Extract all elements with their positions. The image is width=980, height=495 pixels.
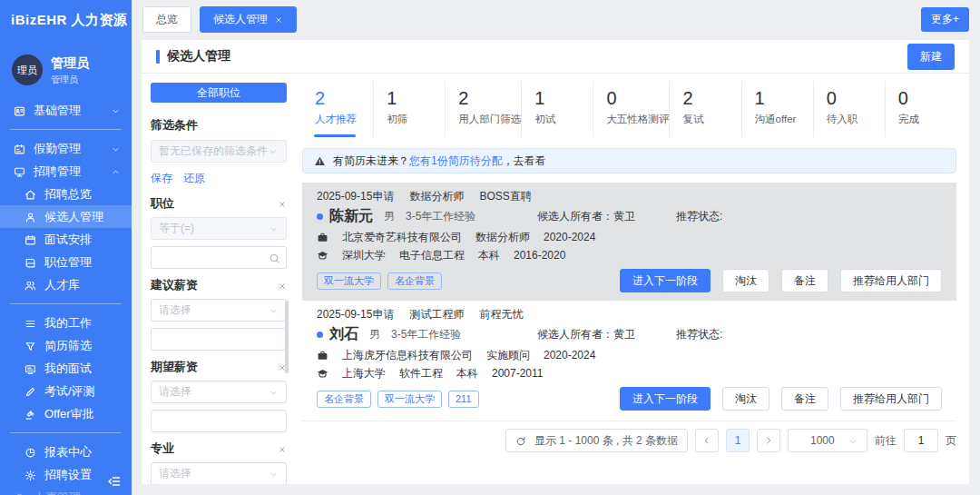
recommend-button[interactable]: 推荐给用人部门 (840, 269, 942, 292)
next-stage-button[interactable]: 进入下一阶段 (620, 387, 710, 411)
chart-pie-icon (24, 445, 36, 459)
sidebar-item-label: 考试/评测 (44, 383, 95, 400)
apply-date: 2025-09-15申请 (317, 307, 394, 322)
stage-tab[interactable]: 1 初试 (522, 81, 593, 137)
company: 上海虎牙信息科技有限公司 (342, 348, 473, 363)
candidate-gender: 男 (384, 209, 395, 224)
stage-count: 1 (534, 87, 593, 109)
sidebar-item-id-card[interactable]: 基础管理 (0, 99, 132, 122)
next-page-button[interactable] (757, 429, 780, 452)
remove-filter-icon[interactable] (278, 197, 287, 211)
alert-link[interactable]: 您有1份简历待分配 (409, 154, 503, 167)
user-name: 管理员 (51, 55, 89, 70)
tab-candidate-management[interactable]: 候选人管理 (200, 6, 297, 33)
edu-years: 2007-2011 (492, 367, 544, 380)
sidebar-item-label: 招聘设置 (44, 467, 92, 483)
recommend-status: 推荐状态: (676, 327, 942, 342)
candidate-name[interactable]: 陈新元 (329, 207, 373, 226)
stage-tab[interactable]: 0 完成 (886, 81, 956, 137)
filter-operator-select[interactable]: 等于(=) (151, 217, 287, 240)
more-button[interactable]: 更多+ (921, 7, 969, 32)
briefcase-icon (317, 349, 328, 361)
chevron-down-icon (268, 145, 279, 158)
stage-tab[interactable]: 0 大五性格测评 (593, 81, 670, 137)
filter-label: 专业 (151, 441, 174, 457)
chevron-down-icon (269, 468, 279, 480)
page-number[interactable]: 1 (726, 429, 750, 452)
refresh-icon[interactable] (515, 434, 526, 447)
filter-label: 职位 (151, 195, 174, 212)
goto-page-input[interactable] (904, 429, 938, 452)
filter-operator-select[interactable]: 请选择 (151, 462, 287, 484)
eliminate-button[interactable]: 淘汰 (722, 387, 769, 411)
filter-operator-select[interactable]: 请选择 (151, 381, 287, 403)
candidate-name[interactable]: 刘石 (329, 325, 358, 344)
warning-icon (314, 154, 326, 167)
page-size-select[interactable]: 1000 (788, 429, 867, 452)
stage-tab[interactable]: 2 人才推荐 (302, 81, 374, 137)
all-positions-button[interactable]: 全部职位 (151, 83, 287, 103)
sidebar-item-home[interactable]: 招聘总览 (0, 183, 132, 205)
user-block[interactable]: 理员 管理员 管理员 (12, 54, 120, 86)
calendar-icon (24, 233, 36, 246)
save-filter-link[interactable]: 保存 (151, 171, 172, 186)
sidebar-item-label: 人才库 (44, 277, 80, 293)
stage-count: 2 (682, 87, 740, 109)
sidebar-item-label: 报表中心 (44, 444, 92, 460)
sidebar-item-users[interactable]: 人才库 (0, 273, 132, 296)
job-title: 数据分析师 (475, 230, 530, 245)
stage-tab[interactable]: 2 用人部门筛选 (446, 81, 522, 137)
chevron-down-icon (111, 142, 121, 155)
stage-tab[interactable]: 2 复试 (670, 81, 741, 137)
sidebar-item-pen[interactable]: 考试/评测 (0, 380, 132, 402)
filter-value-input[interactable] (151, 328, 287, 351)
sidebar-item-calendar[interactable]: 面试安排 (0, 228, 132, 251)
stage-label: 复试 (682, 113, 740, 126)
book-icon (24, 255, 36, 269)
users-icon (24, 278, 36, 292)
gavel-icon (24, 407, 36, 421)
sidebar-item-user[interactable]: 候选人管理 (0, 205, 132, 228)
calendar-badge-icon (14, 142, 25, 155)
sidebar-item-menu[interactable]: 我的工作 (0, 312, 132, 334)
resume-source: 前程无忧 (479, 307, 523, 322)
stage-label: 用人部门筛选 (458, 113, 521, 126)
close-tab-icon[interactable] (274, 13, 283, 25)
sidebar-item-chart-pie[interactable]: 报表中心 (0, 441, 132, 463)
prev-page-button[interactable] (695, 429, 719, 452)
next-stage-button[interactable]: 进入下一阶段 (620, 269, 710, 292)
tab-overview[interactable]: 总览 (142, 6, 191, 33)
sidebar-item-book[interactable]: 职位管理 (0, 251, 132, 273)
sidebar-item-gavel[interactable]: Offer审批 (0, 402, 132, 425)
stage-tab[interactable]: 0 待入职 (814, 81, 886, 137)
position-search-input[interactable] (151, 246, 287, 269)
stage-tab[interactable]: 1 沟通offer (742, 81, 814, 137)
recommend-button[interactable]: 推荐给用人部门 (840, 387, 942, 411)
eliminate-button[interactable]: 淘汰 (722, 269, 769, 292)
new-button[interactable]: 新建 (907, 44, 955, 70)
remark-button[interactable]: 备注 (781, 269, 828, 292)
gear-icon (24, 468, 36, 481)
sidebar-item-filter[interactable]: 简历筛选 (0, 334, 132, 357)
candidate-tag: 211 (448, 391, 479, 408)
app-logo: iBizEHR 人力资源 (0, 0, 132, 33)
scrollbar-thumb[interactable] (285, 301, 289, 373)
saved-filters-select[interactable]: 暂无已保存的筛选条件 (151, 140, 287, 163)
page-header: 候选人管理 新建 (142, 40, 969, 74)
remark-button[interactable]: 备注 (781, 387, 828, 411)
chevron-down-icon (269, 223, 279, 235)
filter-value-input[interactable] (151, 410, 287, 432)
remove-filter-icon[interactable] (278, 442, 287, 456)
candidate-card[interactable]: 2025-09-15申请 测试工程师 前程无忧 刘石 男 3-5年工作经验 候选… (302, 301, 956, 419)
sidebar-item-monitor[interactable]: 招聘管理 (0, 160, 132, 183)
filter-operator-select[interactable]: 请选择 (151, 299, 287, 322)
sidebar-item-label: 面试安排 (44, 232, 92, 248)
collapse-sidebar-icon[interactable] (107, 472, 122, 489)
remove-filter-icon[interactable] (278, 279, 287, 292)
sidebar-item-board[interactable]: 我的面试 (0, 357, 132, 380)
candidate-card[interactable]: 2025-09-15申请 数据分析师 BOSS直聘 陈新元 男 3-5年工作经验… (302, 183, 956, 301)
stage-tab[interactable]: 1 初筛 (374, 81, 446, 137)
sidebar-item-calendar-badge[interactable]: 假勤管理 (0, 137, 132, 160)
reset-filter-link[interactable]: 还原 (183, 171, 205, 186)
user-role: 管理员 (51, 74, 89, 86)
